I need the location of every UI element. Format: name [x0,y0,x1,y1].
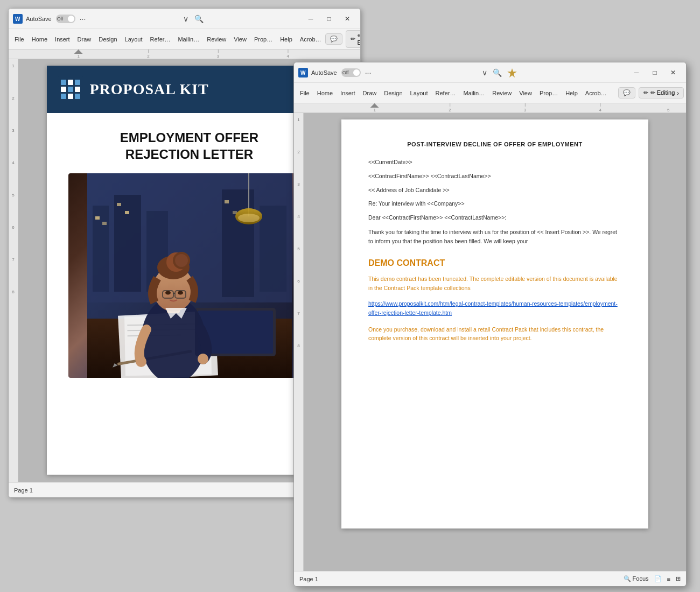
editing-btn-back[interactable]: ✏ ✏ Editing › [346,30,361,48]
tab-review-front[interactable]: Review [488,88,515,98]
comment-icon-front: 💬 [623,89,631,96]
view-btn1-front[interactable]: 📄 [654,575,662,582]
demo-title: DEMO CONTRACT [368,258,621,268]
svg-rect-13 [61,80,66,85]
tab-layout-front[interactable]: Layout [407,88,432,98]
tab-ref-back[interactable]: Refer… [146,34,174,45]
editing-label-back: ✏ Editing [358,32,361,46]
pencil-icon-back: ✏ [351,36,355,43]
svg-rect-19 [61,94,66,99]
svg-point-50 [198,354,208,364]
svg-point-61 [165,291,171,295]
tab-draw-back[interactable]: Draw [74,34,95,45]
tab-review-back[interactable]: Review [203,34,230,45]
demo-link[interactable]: https://www.proposalkit.com/htm/legal-co… [368,299,621,318]
editing-chevron-front: › [677,90,679,96]
cover-title: Employment Offer Rejection Letter [68,129,311,163]
tab-prop-front[interactable]: Prop… [536,88,562,98]
close-btn-front[interactable]: ✕ [664,65,682,80]
collapse-ribbon-back[interactable]: ∨ [183,15,188,23]
editing-btn-front[interactable]: ✏ ✏ Editing › [639,87,684,98]
svg-text:1: 1 [374,108,376,112]
autosave-label-front: AutoSave [311,69,337,76]
svg-text:4: 4 [286,54,289,59]
tab-prop-back[interactable]: Prop… [250,34,276,45]
ruler-back: 1 2 3 4 [9,50,360,59]
svg-text:2: 2 [147,54,150,59]
cover-image-area [47,168,332,475]
tab-view-back[interactable]: View [230,34,250,45]
svg-rect-31 [117,203,121,206]
minimize-btn-back[interactable]: ─ [302,11,319,26]
svg-rect-21 [75,94,80,99]
svg-point-62 [178,291,183,295]
tab-insert-back[interactable]: Insert [51,34,74,45]
toggle-off-back: Off [57,16,64,22]
maximize-btn-back[interactable]: □ [320,11,338,26]
svg-text:5: 5 [667,108,670,112]
tab-home-back[interactable]: Home [28,34,51,45]
svg-text:W: W [300,70,306,76]
view-btn2-front[interactable]: ≡ [667,576,670,582]
tab-design-back[interactable]: Design [95,34,121,45]
svg-rect-15 [61,87,66,92]
view-btn3-front[interactable]: ⊞ [676,575,681,582]
search-front[interactable]: 🔍 [492,67,503,79]
comment-btn-back[interactable]: 💬 [325,33,342,45]
tab-ref-front[interactable]: Refer… [432,88,460,98]
comment-icon-back: 💬 [330,36,338,43]
svg-rect-29 [95,216,100,220]
tab-home-front[interactable]: Home [313,88,337,98]
tab-mail-back[interactable]: Mailin… [174,34,203,45]
tab-design-front[interactable]: Design [380,88,406,98]
more-btn-back[interactable]: ··· [80,15,86,23]
tab-help-back[interactable]: Help [276,34,296,45]
cover-logo-name: Proposal Kit [90,81,209,98]
tab-file-front[interactable]: File [296,88,313,98]
cover-title-area: Employment Offer Rejection Letter [47,113,332,168]
minimize-btn-front[interactable]: ─ [628,65,645,80]
svg-rect-16 [68,87,73,92]
svg-rect-70 [600,103,600,107]
focus-btn-front[interactable]: 🔍 Focus [624,575,649,582]
title-bar-back: W AutoSave Off ··· ∨ 🔍 ─ □ ✕ [9,9,360,29]
svg-rect-28 [260,206,286,292]
toggle-knob-front [353,69,360,76]
designer-icon-front[interactable] [507,67,517,78]
autosave-toggle-back[interactable]: Off [56,15,75,23]
comment-btn-front[interactable]: 💬 [618,87,635,98]
cover-image [68,173,311,378]
svg-rect-18 [75,87,80,92]
tab-acrobat-front[interactable]: Acrob… [582,88,611,98]
svg-text:3: 3 [524,108,527,112]
collapse-ribbon-front[interactable]: ∨ [482,68,487,77]
tab-view-front[interactable]: View [515,88,536,98]
tab-draw-front[interactable]: Draw [359,88,381,98]
more-btn-front[interactable]: ··· [365,68,372,77]
word-logo-front: W [298,68,308,77]
svg-rect-17 [75,80,80,85]
window-controls-front: ─ □ ✕ [628,65,682,80]
woman-svg [68,173,311,378]
search-back[interactable]: 🔍 [193,13,205,25]
tab-mail-front[interactable]: Mailin… [459,88,488,98]
svg-point-37 [238,214,260,222]
tab-layout-back[interactable]: Layout [121,34,146,45]
page-indicator-back: Page 1 [14,487,33,494]
toggle-knob-back [68,16,74,22]
tab-insert-front[interactable]: Insert [337,88,359,98]
ribbon-back: File Home Insert Draw Design Layout Refe… [9,29,360,50]
maximize-btn-front[interactable]: □ [646,65,663,80]
svg-text:2: 2 [449,108,451,112]
svg-rect-5 [218,50,219,53]
tab-help-front[interactable]: Help [562,88,582,98]
svg-rect-69 [525,103,526,107]
tab-file-back[interactable]: File [11,34,28,45]
left-ruler-front: 1 2 3 4 5 6 7 8 [294,113,304,571]
autosave-toggle-front[interactable]: Off [341,68,361,77]
close-btn-back[interactable]: ✕ [339,11,356,26]
doc-with-ruler-front: 1 2 3 4 5 6 7 8 POST-INTERVIEW DECLINE O… [294,113,686,571]
autosave-label-back: AutoSave [26,16,52,22]
tab-acrobat-back[interactable]: Acrob… [296,34,325,45]
svg-rect-24 [93,206,109,292]
